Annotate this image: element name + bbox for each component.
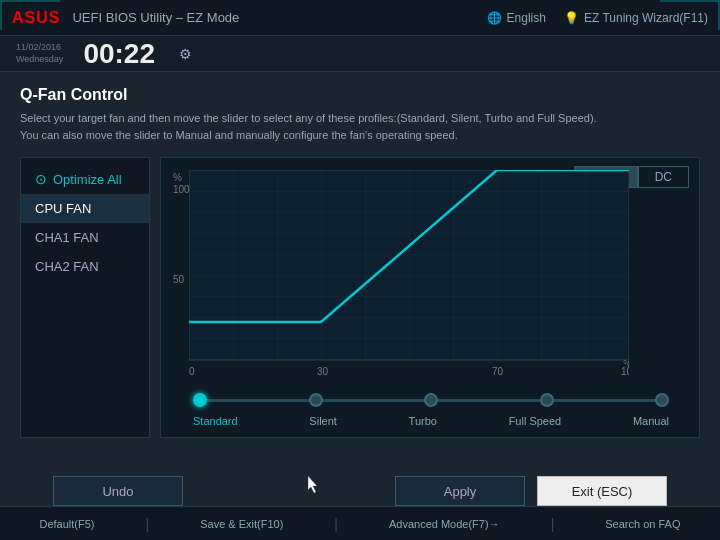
separator-1: |	[146, 516, 150, 532]
label-fullspeed: Full Speed	[509, 415, 562, 427]
cha1-fan-item[interactable]: CHA1 FAN	[21, 223, 149, 252]
apply-button[interactable]: Apply	[395, 476, 525, 506]
label-standard: Standard	[193, 415, 238, 427]
exit-button[interactable]: Exit (ESC)	[537, 476, 667, 506]
settings-icon[interactable]: ⚙	[179, 46, 192, 62]
svg-rect-1	[189, 170, 629, 360]
undo-button[interactable]: Undo	[53, 476, 183, 506]
slider-area: Standard Silent Turbo Full Speed Manual	[171, 390, 689, 427]
main-content: Q-Fan Control Select your target fan and…	[0, 72, 720, 438]
cpu-fan-item[interactable]: CPU FAN	[21, 194, 149, 223]
date-display: 11/02/2016 Wednesday	[16, 42, 63, 65]
status-save-exit[interactable]: Save & Exit(F10)	[192, 518, 291, 530]
status-search[interactable]: Search on FAQ	[597, 518, 688, 530]
header: ASUS UEFI BIOS Utility – EZ Mode 🌐 Engli…	[0, 0, 720, 36]
status-default[interactable]: Default(F5)	[32, 518, 103, 530]
fan-list: ⊙ Optimize All CPU FAN CHA1 FAN CHA2 FAN	[20, 157, 150, 438]
globe-icon: 🌐	[487, 11, 502, 25]
separator-3: |	[551, 516, 555, 532]
optimize-icon: ⊙	[35, 171, 47, 187]
slider-track	[193, 399, 669, 402]
language-selector[interactable]: 🌐 English	[487, 11, 546, 25]
label-silent: Silent	[309, 415, 337, 427]
slider-labels: Standard Silent Turbo Full Speed Manual	[193, 415, 669, 427]
y-100-label: 100	[173, 184, 190, 195]
header-title: UEFI BIOS Utility – EZ Mode	[72, 10, 239, 25]
time-display: 00:22	[83, 40, 155, 68]
x-30-label: 30	[317, 366, 329, 377]
label-turbo: Turbo	[409, 415, 437, 427]
datetime-bar: 11/02/2016 Wednesday 00:22 ⚙	[0, 36, 720, 72]
y-50-label: 50	[173, 274, 184, 285]
profile-slider[interactable]	[193, 390, 669, 410]
label-manual: Manual	[633, 415, 669, 427]
status-bar: Default(F5) | Save & Exit(F10) | Advance…	[0, 506, 720, 540]
cha2-fan-item[interactable]: CHA2 FAN	[21, 252, 149, 281]
lightbulb-icon: 💡	[564, 11, 579, 25]
chart-container: PWM DC % 100 50	[160, 157, 700, 438]
page-title: Q-Fan Control	[20, 86, 700, 104]
y-axis-label: %	[173, 172, 182, 183]
fan-chart: 0 30 70 100 °C	[189, 170, 629, 380]
separator-2: |	[334, 516, 338, 532]
optimize-all-button[interactable]: ⊙ Optimize All	[21, 164, 149, 194]
content-area: ⊙ Optimize All CPU FAN CHA1 FAN CHA2 FAN…	[20, 157, 700, 438]
bottom-bar: Undo Apply Exit (ESC)	[0, 476, 720, 506]
section-description: Select your target fan and then move the…	[20, 110, 600, 143]
x-unit-label: °C	[623, 359, 629, 370]
status-advanced[interactable]: Advanced Mode(F7)→	[381, 518, 508, 530]
x-0-label: 0	[189, 366, 195, 377]
x-70-label: 70	[492, 366, 504, 377]
